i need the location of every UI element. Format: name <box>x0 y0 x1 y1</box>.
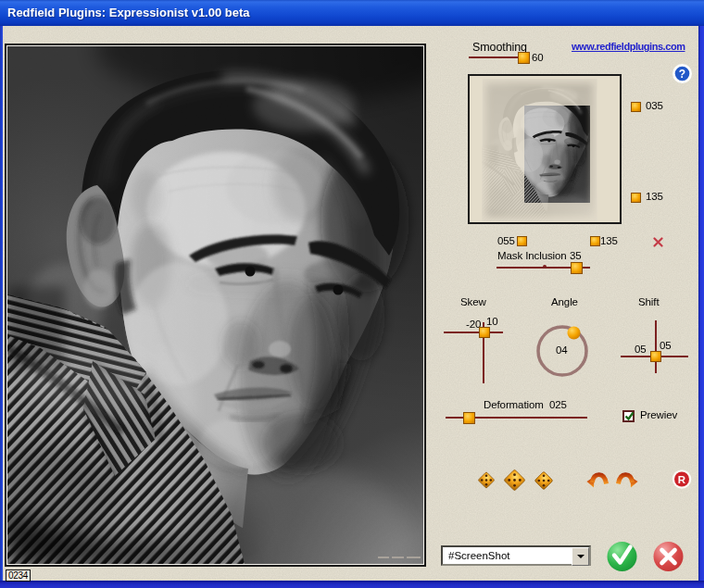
svg-text:?: ? <box>679 68 685 81</box>
svg-text:R: R <box>678 474 686 485</box>
